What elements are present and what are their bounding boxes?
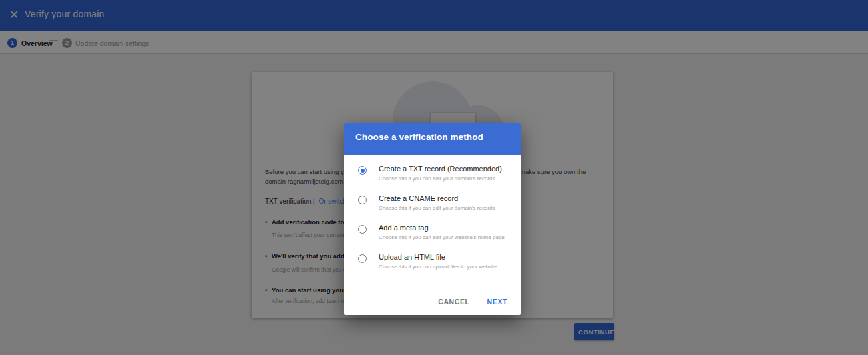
choose-verification-method-dialog: Choose a verification method Create a TX…: [344, 123, 521, 315]
option-html-file[interactable]: Upload an HTML file Choose this if you c…: [344, 252, 521, 278]
radio-cname-record[interactable]: [358, 196, 367, 204]
option-title: Upload an HTML file: [379, 253, 445, 261]
dialog-title: Choose a verification method: [355, 132, 483, 142]
option-title: Create a CNAME record: [379, 194, 458, 202]
option-title: Add a meta tag: [379, 224, 429, 232]
option-txt-record[interactable]: Create a TXT record (Recommended) Choose…: [344, 164, 521, 190]
verify-domain-screen: ✕ Verify your domain 1 Overview 2 Update…: [0, 0, 868, 355]
option-meta-tag[interactable]: Add a meta tag Choose this if you can ed…: [344, 223, 521, 248]
option-cname-record[interactable]: Create a CNAME record Choose this if you…: [344, 194, 521, 219]
option-desc: Choose this if you can edit your website…: [379, 234, 505, 240]
option-desc: Choose this if you can edit your domain'…: [379, 175, 495, 182]
option-desc: Choose this if you can upload files to y…: [379, 264, 497, 270]
next-button[interactable]: NEXT: [486, 296, 509, 307]
radio-meta-tag[interactable]: [358, 225, 367, 234]
radio-txt-record[interactable]: [358, 166, 367, 175]
radio-html-file[interactable]: [358, 254, 367, 263]
option-title: Create a TXT record (Recommended): [379, 165, 502, 173]
dialog-actions: CANCEL NEXT: [437, 296, 509, 307]
cancel-button[interactable]: CANCEL: [437, 296, 471, 307]
option-desc: Choose this if you can edit your domain'…: [379, 205, 495, 211]
dialog-header: Choose a verification method: [344, 123, 521, 155]
